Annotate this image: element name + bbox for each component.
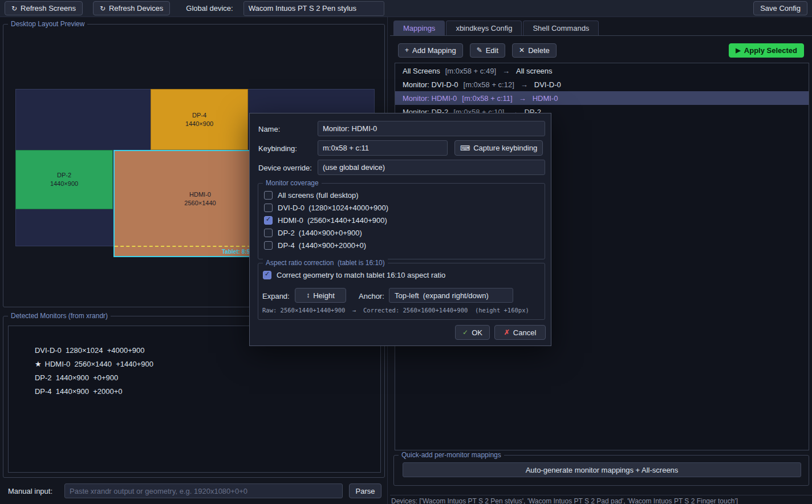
checkbox-icon[interactable] (264, 191, 273, 200)
plus-icon: + (405, 47, 409, 54)
manual-input-label: Manual input: (8, 487, 52, 495)
monitor-name: DP-4 (185, 111, 213, 120)
monitor-list[interactable]: DVI-D-0 1280×1024 +4000+900 ★HDMI-0 2560… (8, 326, 381, 473)
tab-label: xbindkeys Config (456, 24, 512, 32)
cancel-label: Cancel (513, 328, 536, 337)
refresh-screens-button[interactable]: ↻ Refresh Screens (5, 1, 83, 15)
checkbox-icon[interactable] (263, 271, 271, 279)
save-config-button[interactable]: Save Config (753, 1, 807, 15)
refresh-devices-button[interactable]: ↻ Refresh Devices (93, 1, 170, 15)
ok-label: OK (472, 328, 482, 337)
monitor-res: 1440×900 (50, 180, 78, 188)
expand-mode-button[interactable]: ↕ Height (295, 288, 346, 303)
coverage-checkbox-dp-4[interactable]: DP-4 (1440×900+2000+0) (264, 241, 366, 250)
mapping-target: DVI-D-0 (534, 80, 561, 89)
ok-button[interactable]: ✓ OK (455, 325, 490, 340)
coverage-checkbox-label: HDMI-0 (2560×1440+1440+900) (278, 216, 387, 225)
mapping-name: Monitor: DVI-D-0 (403, 80, 458, 89)
anchor-label: Anchor: (359, 292, 384, 300)
monitor-rect-dp4[interactable]: DP-4 1440×900 (151, 89, 248, 150)
tab-shell-commands[interactable]: Shell Commands (523, 21, 599, 35)
arrow-right-icon: → (519, 94, 526, 103)
name-input[interactable] (318, 121, 545, 136)
mapping-keybinding: [m:0x58 + c:11] (462, 94, 512, 103)
edit-button[interactable]: ✎ Edit (470, 43, 505, 58)
parse-label: Parse (356, 487, 375, 495)
monitor-name: DP-2 (50, 171, 78, 180)
device-override-input[interactable] (318, 160, 545, 175)
monitor-rect-dp2[interactable]: DP-2 1440×900 (15, 150, 113, 209)
preview-title: Desktop Layout Preview (8, 20, 87, 28)
add-mapping-button[interactable]: + Add Mapping (398, 43, 463, 58)
aspect-correction-checkbox[interactable]: Correct geometry to match tablet 16:10 a… (263, 271, 445, 279)
checkbox-icon[interactable] (264, 229, 273, 237)
monitor-coverage-group: Monitor coverage All screens (full deskt… (258, 183, 545, 259)
tab-mappings[interactable]: Mappings (393, 21, 445, 35)
tablet-ratio-label: Tablet: 8:5 (222, 249, 250, 255)
keybinding-input[interactable] (318, 140, 448, 156)
expand-mode-label: Height (313, 291, 335, 300)
edit-icon: ✎ (477, 47, 482, 54)
expand-label: Expand: (262, 292, 290, 300)
coverage-checkbox-label: All screens (full desktop) (278, 191, 359, 200)
monitor-label: DP-2 1440×900 (50, 171, 78, 188)
capture-keybinding-label: Capture keybinding (473, 144, 537, 152)
apply-selected-button[interactable]: ▶ Apply Selected (729, 43, 804, 58)
aspect-checkbox-label: Correct geometry to match tablet 16:10 a… (277, 271, 445, 279)
mapping-keybinding: [m:0x58 + c:49] (445, 67, 496, 75)
device-override-label: Device override: (258, 164, 312, 172)
tab-label: Shell Commands (533, 24, 589, 32)
save-config-label: Save Config (760, 4, 801, 13)
parse-button[interactable]: Parse (349, 483, 381, 498)
status-bar: Devices: ['Wacom Intuos PT S 2 Pen stylu… (391, 497, 738, 504)
anchor-select[interactable]: Top-left (expand right/down) (389, 288, 513, 303)
mapping-row[interactable]: All Screens [m:0x58 + c:49] → All screen… (395, 64, 809, 78)
coverage-checkbox-hdmi-0[interactable]: HDMI-0 (2560×1440+1440+900) (264, 216, 387, 225)
detected-monitors-title: Detected Monitors (from xrandr) (8, 312, 111, 320)
arrow-right-icon: → (502, 67, 510, 75)
apply-selected-label: Apply Selected (744, 46, 797, 55)
delete-button[interactable]: ✕ Delete (512, 43, 557, 58)
arrow-right-icon: → (521, 80, 528, 89)
mapping-target: HDMI-0 (533, 94, 558, 103)
correction-result-text: Raw: 2560×1440+1440+900 → Corrected: 256… (262, 307, 529, 314)
aspect-correction-title: Aspect ratio correction (tablet is 16:10… (263, 259, 388, 267)
edit-label: Edit (486, 46, 498, 55)
checkbox-icon[interactable] (264, 241, 273, 250)
refresh-icon: ↻ (11, 5, 17, 12)
coverage-checkbox-dvi-d-0[interactable]: DVI-D-0 (1280×1024+4000+900) (264, 204, 388, 212)
coverage-checkbox-all-screens[interactable]: All screens (full desktop) (264, 191, 359, 200)
anchor-value: Top-left (expand right/down) (395, 291, 489, 300)
auto-generate-button[interactable]: Auto-generate monitor mappings + All-scr… (403, 462, 801, 477)
tab-label: Mappings (403, 24, 435, 32)
coverage-checkbox-dp-2[interactable]: DP-2 (1440×900+0+900) (264, 229, 362, 237)
check-icon: ✓ (462, 329, 468, 336)
monitor-res: 2560×1440 (184, 199, 216, 208)
monitor-name: HDMI-0 (184, 190, 216, 199)
mapping-name: All Screens (403, 67, 440, 75)
global-device-input[interactable] (243, 1, 384, 16)
aspect-correction-group: Aspect ratio correction (tablet is 16:10… (258, 263, 545, 320)
checkbox-icon[interactable] (264, 216, 273, 225)
manual-input[interactable] (64, 483, 343, 498)
mapping-dialog: Name: Keybinding: ⌨ Capture keybinding D… (249, 113, 551, 346)
mappings-toolbar: + Add Mapping ✎ Edit ✕ Delete ▶ Apply Se… (398, 43, 804, 58)
capture-keybinding-button[interactable]: ⌨ Capture keybinding (454, 140, 543, 156)
status-separator (390, 495, 812, 495)
monitor-res: 1440×900 (185, 120, 213, 128)
cancel-button[interactable]: ✗ Cancel (494, 325, 546, 340)
keyboard-icon: ⌨ (460, 145, 470, 152)
monitor-row-text: DVI-D-0 1280×1024 +4000+900 (35, 346, 145, 355)
checkbox-icon[interactable] (264, 204, 273, 212)
coverage-checkbox-label: DP-4 (1440×900+2000+0) (278, 241, 366, 250)
up-down-arrows-icon: ↕ (306, 292, 310, 299)
tab-xbindkeys-config[interactable]: xbindkeys Config (446, 21, 522, 35)
tab-bar: Mappings xbindkeys Config Shell Commands (390, 21, 812, 36)
keybinding-label: Keybinding: (258, 144, 297, 153)
monitor-coverage-title: Monitor coverage (263, 179, 322, 187)
refresh-devices-label: Refresh Devices (109, 4, 163, 13)
mapping-row[interactable]: Monitor: DVI-D-0 [m:0x58 + c:12] → DVI-D… (395, 78, 809, 91)
add-mapping-label: Add Mapping (412, 46, 456, 55)
mapping-row[interactable]: Monitor: HDMI-0 [m:0x58 + c:11] → HDMI-0 (395, 91, 809, 105)
close-icon: ✕ (519, 47, 525, 54)
